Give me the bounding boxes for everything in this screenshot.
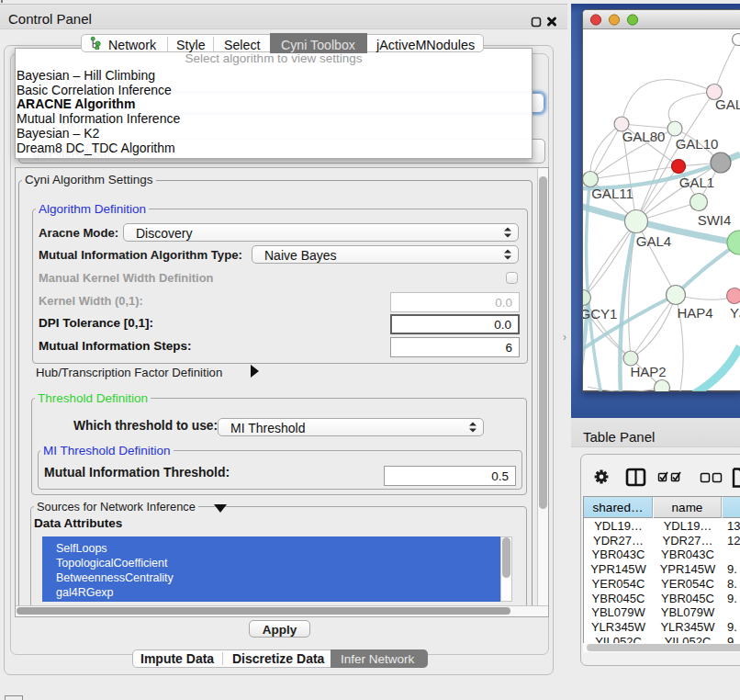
svg-text:SWI4: SWI4 [698,212,732,228]
svg-text:GAL80: GAL80 [622,129,666,144]
svg-text:GAL4: GAL4 [636,233,671,249]
svg-text:GAL1: GAL1 [679,175,714,190]
svg-text:GAL11: GAL11 [591,186,633,201]
svg-text:HAP2: HAP2 [630,364,666,379]
svg-text:GAL10: GAL10 [676,136,719,152]
svg-text:GAL7: GAL7 [715,96,740,112]
svg-text:YJL0: YJL0 [730,305,740,321]
svg-text:GCY1: GCY1 [583,306,617,322]
svg-text:HAP4: HAP4 [677,305,712,321]
